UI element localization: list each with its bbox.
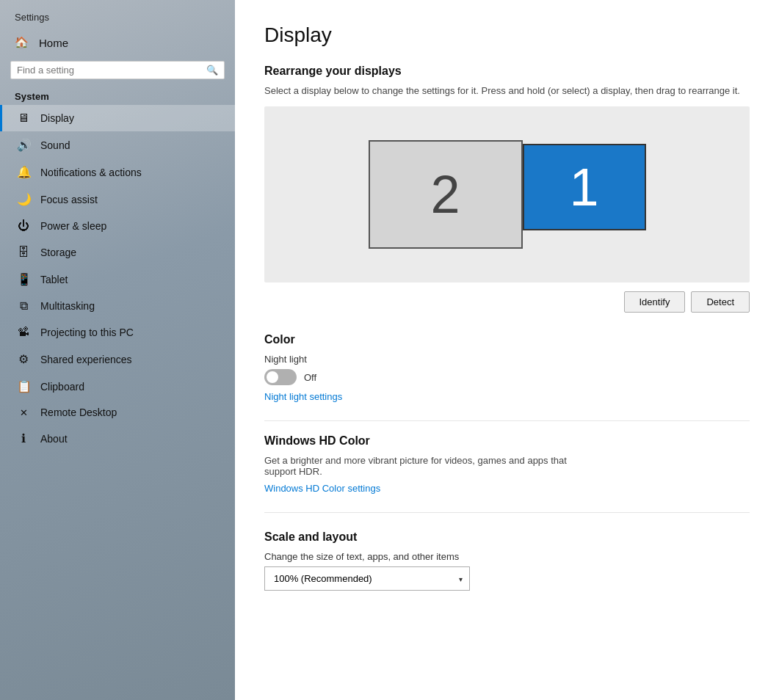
clipboard-icon: 📋 xyxy=(17,379,30,393)
sidebar-item-label-notifications: Notifications & actions xyxy=(40,167,142,178)
scale-section: Scale and layout Change the size of text… xyxy=(264,531,750,591)
search-box[interactable]: 🔍 xyxy=(10,61,225,79)
sidebar-item-label-projecting: Projecting to this PC xyxy=(40,327,134,338)
home-label: Home xyxy=(39,37,68,49)
monitor-1-label: 1 xyxy=(569,157,598,217)
sidebar-item-notifications[interactable]: 🔔 Notifications & actions xyxy=(0,158,235,186)
app-title: Settings xyxy=(0,0,235,29)
sidebar-item-label-focus: Focus assist xyxy=(40,194,98,205)
hdr-heading: Windows HD Color xyxy=(264,434,750,448)
color-section: Color Night light Off Night light settin… xyxy=(264,333,750,403)
display-action-buttons: Identify Detect xyxy=(264,291,750,313)
sidebar: Settings 🏠 Home 🔍 System 🖥 Display 🔊 Sou… xyxy=(0,0,235,700)
remote-icon: ✕ xyxy=(17,407,30,418)
hdr-section: Windows HD Color Get a brighter and more… xyxy=(264,434,750,495)
sidebar-item-label-clipboard: Clipboard xyxy=(40,381,84,393)
sidebar-item-label-sound: Sound xyxy=(40,139,70,151)
notifications-icon: 🔔 xyxy=(17,165,30,179)
identify-button[interactable]: Identify xyxy=(624,291,686,313)
search-input[interactable] xyxy=(17,65,206,76)
sidebar-item-focus[interactable]: 🌙 Focus assist xyxy=(0,186,235,213)
night-light-row: Off xyxy=(264,369,750,385)
night-light-state: Off xyxy=(304,372,316,383)
display-icon: 🖥 xyxy=(17,112,30,125)
tablet-icon: 📱 xyxy=(17,272,30,286)
focus-icon: 🌙 xyxy=(17,192,30,206)
display-preview-area[interactable]: 2 1 xyxy=(264,106,750,282)
multitasking-icon: ⧉ xyxy=(17,299,30,313)
scale-dropdown-wrapper: 100% (Recommended) 125% 150% 175% ▾ xyxy=(264,566,470,591)
sidebar-item-tablet[interactable]: 📱 Tablet xyxy=(0,266,235,293)
sidebar-item-remote[interactable]: ✕ Remote Desktop xyxy=(0,400,235,425)
hdr-desc: Get a brighter and more vibrant picture … xyxy=(264,455,587,477)
monitor-2-label: 2 xyxy=(430,164,460,225)
sidebar-item-power[interactable]: ⏻ Power & sleep xyxy=(0,213,235,239)
sidebar-item-label-shared: Shared experiences xyxy=(40,354,132,365)
scale-dropdown[interactable]: 100% (Recommended) 125% 150% 175% xyxy=(264,566,470,591)
search-icon: 🔍 xyxy=(206,65,218,76)
sidebar-item-sound[interactable]: 🔊 Sound xyxy=(0,131,235,158)
divider-2 xyxy=(264,512,750,513)
sidebar-item-shared[interactable]: ⚙ Shared experiences xyxy=(0,346,235,373)
sidebar-item-label-display: Display xyxy=(40,112,74,124)
rearrange-heading: Rearrange your displays xyxy=(264,65,750,78)
sidebar-item-label-tablet: Tablet xyxy=(40,274,68,285)
night-light-settings-link[interactable]: Night light settings xyxy=(264,391,342,402)
sidebar-item-projecting[interactable]: 📽 Projecting to this PC xyxy=(0,319,235,346)
sidebar-item-multitasking[interactable]: ⧉ Multitasking xyxy=(0,293,235,319)
sidebar-item-clipboard[interactable]: 📋 Clipboard xyxy=(0,373,235,400)
detect-button[interactable]: Detect xyxy=(691,291,750,313)
page-title: Display xyxy=(264,23,750,47)
sidebar-item-storage[interactable]: 🗄 Storage xyxy=(0,239,235,266)
monitor-2[interactable]: 2 xyxy=(369,140,523,249)
sidebar-item-display[interactable]: 🖥 Display xyxy=(0,105,235,131)
sidebar-item-label-power: Power & sleep xyxy=(40,220,106,232)
sidebar-item-about[interactable]: ℹ About xyxy=(0,425,235,452)
projecting-icon: 📽 xyxy=(17,326,30,339)
section-label: System xyxy=(0,87,235,105)
main-content: Display Rearrange your displays Select a… xyxy=(235,0,779,700)
home-icon: 🏠 xyxy=(15,36,29,49)
toggle-knob xyxy=(267,371,278,383)
monitor-container: 2 1 xyxy=(369,140,646,249)
rearrange-desc: Select a display below to change the set… xyxy=(264,85,750,96)
power-icon: ⏻ xyxy=(17,219,30,233)
hdr-settings-link[interactable]: Windows HD Color settings xyxy=(264,483,380,494)
sidebar-item-label-storage: Storage xyxy=(40,247,76,258)
monitor-1[interactable]: 1 xyxy=(523,144,646,230)
night-light-toggle[interactable] xyxy=(264,369,297,385)
sound-icon: 🔊 xyxy=(17,138,30,152)
sidebar-item-label-remote: Remote Desktop xyxy=(40,406,117,418)
sidebar-item-label-multitasking: Multitasking xyxy=(40,300,95,312)
scale-desc: Change the size of text, apps, and other… xyxy=(264,551,750,562)
storage-icon: 🗄 xyxy=(17,246,30,259)
color-heading: Color xyxy=(264,333,750,346)
night-light-label: Night light xyxy=(264,354,750,365)
about-icon: ℹ xyxy=(17,431,30,445)
sidebar-home-button[interactable]: 🏠 Home xyxy=(0,29,235,56)
sidebar-item-label-about: About xyxy=(40,433,68,445)
divider-1 xyxy=(264,420,750,421)
scale-heading: Scale and layout xyxy=(264,531,750,544)
shared-icon: ⚙ xyxy=(17,352,30,366)
